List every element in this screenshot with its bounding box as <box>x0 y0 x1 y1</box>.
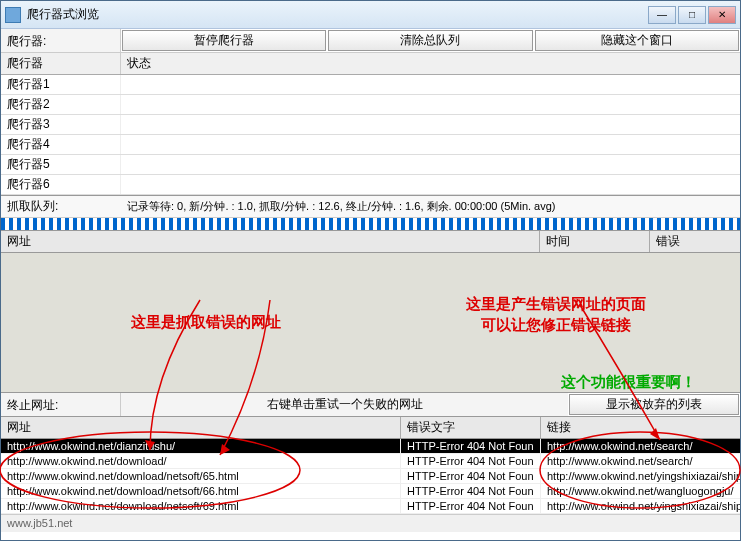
end-label: 终止网址: <box>1 393 121 416</box>
hide-window-button[interactable]: 隐藏这个窗口 <box>535 30 739 51</box>
clear-queue-button[interactable]: 清除总队列 <box>328 30 532 51</box>
footer-watermark: www.jb51.net <box>1 514 740 532</box>
crawler-table: 爬行器 状态 爬行器1 爬行器2 爬行器3 爬行器4 爬行器5 爬行器6 <box>1 53 740 196</box>
mid-table-body[interactable]: 这里是抓取错误的网址 这里是产生错误网址的页面 可以让您修正错误链接 这个功能很… <box>1 253 740 393</box>
table-row[interactable]: 爬行器4 <box>1 135 740 155</box>
window-title: 爬行器式浏览 <box>27 6 648 23</box>
table-row[interactable]: http://www.okwind.net/dianzitushu/ HTTP-… <box>1 439 740 454</box>
error-col-header[interactable]: 错误 <box>650 231 740 252</box>
crawler-name: 爬行器4 <box>1 135 121 154</box>
table-row[interactable]: 爬行器1 <box>1 75 740 95</box>
err-text: HTTP-Error 404 Not Foun <box>401 484 541 498</box>
close-button[interactable]: ✕ <box>708 6 736 24</box>
minimize-button[interactable]: — <box>648 6 676 24</box>
main-window: 爬行器式浏览 — □ ✕ 爬行器: 暂停爬行器 清除总队列 隐藏这个窗口 爬行器… <box>0 0 741 541</box>
err-text: HTTP-Error 404 Not Foun <box>401 469 541 483</box>
err-url: http://www.okwind.net/dianzitushu/ <box>1 439 401 453</box>
err-url-header[interactable]: 网址 <box>1 417 401 438</box>
err-url: http://www.okwind.net/download/netsoft/6… <box>1 469 401 483</box>
table-row[interactable]: http://www.okwind.net/download/netsoft/6… <box>1 499 740 514</box>
crawler-name: 爬行器1 <box>1 75 121 94</box>
table-row[interactable]: 爬行器2 <box>1 95 740 115</box>
crawler-name: 爬行器6 <box>1 175 121 194</box>
toolbar: 爬行器: 暂停爬行器 清除总队列 隐藏这个窗口 <box>1 29 740 53</box>
end-hint: 右键单击重试一个失败的网址 <box>121 393 568 416</box>
err-link: http://www.okwind.net/search/ <box>541 439 740 453</box>
err-text: HTTP-Error 404 Not Foun <box>401 499 541 513</box>
err-link-header[interactable]: 链接 <box>541 417 740 438</box>
url-col-header[interactable]: 网址 <box>1 231 540 252</box>
crawler-name: 爬行器5 <box>1 155 121 174</box>
queue-status-text: 记录等待: 0, 新/分钟. : 1.0, 抓取/分钟. : 12.6, 终止/… <box>121 197 740 216</box>
annotation-important: 这个功能很重要啊！ <box>561 373 696 392</box>
table-row[interactable]: 爬行器6 <box>1 175 740 195</box>
toolbar-buttons: 暂停爬行器 清除总队列 隐藏这个窗口 <box>121 29 740 52</box>
table-row[interactable]: http://www.okwind.net/download/netsoft/6… <box>1 484 740 499</box>
crawler-col-header[interactable]: 爬行器 <box>1 53 121 74</box>
err-url: http://www.okwind.net/download/ <box>1 454 401 468</box>
error-table-header: 网址 错误文字 链接 <box>1 417 740 439</box>
err-text: HTTP-Error 404 Not Foun <box>401 439 541 453</box>
table-row[interactable]: 爬行器5 <box>1 155 740 175</box>
status-col-header[interactable]: 状态 <box>121 53 740 74</box>
app-icon <box>5 7 21 23</box>
window-controls: — □ ✕ <box>648 6 736 24</box>
err-link: http://www.okwind.net/search/ <box>541 454 740 468</box>
crawler-name: 爬行器2 <box>1 95 121 114</box>
crawler-table-header: 爬行器 状态 <box>1 53 740 75</box>
table-row[interactable]: http://www.okwind.net/download/netsoft/6… <box>1 469 740 484</box>
table-row[interactable]: http://www.okwind.net/download/ HTTP-Err… <box>1 454 740 469</box>
queue-label: 抓取队列: <box>1 196 121 217</box>
err-url: http://www.okwind.net/download/netsoft/6… <box>1 499 401 513</box>
err-link: http://www.okwind.net/wangluogongju/ <box>541 484 740 498</box>
mid-table-header: 网址 时间 错误 <box>1 230 740 253</box>
time-col-header[interactable]: 时间 <box>540 231 650 252</box>
maximize-button[interactable]: □ <box>678 6 706 24</box>
annotation-source-page: 这里是产生错误网址的页面 可以让您修正错误链接 <box>466 293 646 335</box>
crawler-name: 爬行器3 <box>1 115 121 134</box>
toolbar-label: 爬行器: <box>1 29 121 52</box>
err-link: http://www.okwind.net/yingshixiazai/ship <box>541 499 740 513</box>
err-url: http://www.okwind.net/download/netsoft/6… <box>1 484 401 498</box>
end-row: 终止网址: 右键单击重试一个失败的网址 显示被放弃的列表 <box>1 393 740 417</box>
err-text-header[interactable]: 错误文字 <box>401 417 541 438</box>
table-row[interactable]: 爬行器3 <box>1 115 740 135</box>
progress-bar <box>1 218 740 230</box>
titlebar[interactable]: 爬行器式浏览 — □ ✕ <box>1 1 740 29</box>
status-bar: 抓取队列: 记录等待: 0, 新/分钟. : 1.0, 抓取/分钟. : 12.… <box>1 196 740 218</box>
show-abandoned-button[interactable]: 显示被放弃的列表 <box>569 394 739 415</box>
pause-crawler-button[interactable]: 暂停爬行器 <box>122 30 326 51</box>
err-link: http://www.okwind.net/yingshixiazai/ship <box>541 469 740 483</box>
err-text: HTTP-Error 404 Not Foun <box>401 454 541 468</box>
annotation-error-url: 这里是抓取错误的网址 <box>131 313 281 332</box>
